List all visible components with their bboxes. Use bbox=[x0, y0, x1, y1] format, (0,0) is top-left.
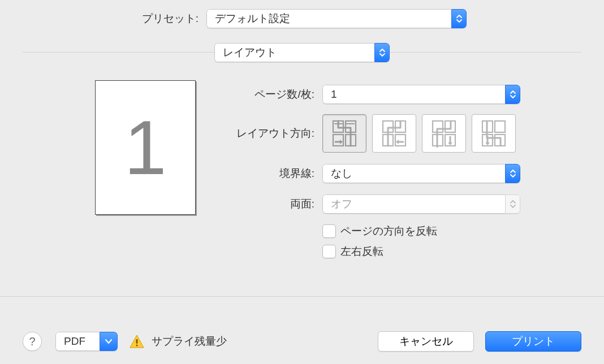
help-button[interactable]: ? bbox=[23, 332, 42, 351]
border-row: 境界線: なし bbox=[221, 164, 570, 183]
layout-direction-buttons bbox=[322, 114, 516, 153]
updown-icon bbox=[451, 9, 467, 28]
dialog-footer: ? PDF サプライ残量少 キャンセル プリント bbox=[0, 331, 604, 352]
preview-page-number: 1 bbox=[124, 104, 166, 192]
category-row: レイアウト bbox=[0, 43, 604, 62]
updown-icon bbox=[505, 85, 520, 104]
border-label: 境界線: bbox=[221, 167, 322, 180]
separator bbox=[0, 296, 604, 297]
layout-panel: 1 ページ数/枚: 1 レイアウト方向: bbox=[0, 73, 604, 291]
flip-horizontal-label: 左右反転 bbox=[340, 244, 383, 259]
layout-direction-ltr-tb[interactable] bbox=[322, 114, 366, 153]
updown-icon bbox=[374, 43, 390, 62]
updown-icon bbox=[505, 194, 520, 214]
updown-icon bbox=[505, 164, 520, 183]
duplex-value: オフ bbox=[322, 194, 505, 214]
layout-direction-row: レイアウト方向: bbox=[221, 114, 570, 153]
pages-per-sheet-select[interactable]: 1 bbox=[322, 85, 520, 104]
pages-per-sheet-row: ページ数/枚: 1 bbox=[221, 85, 570, 104]
flip-horizontal-row: 左右反転 bbox=[322, 244, 570, 259]
chevron-down-icon bbox=[100, 332, 118, 351]
pages-per-sheet-value: 1 bbox=[322, 85, 505, 104]
border-value: なし bbox=[322, 164, 505, 183]
layout-options: ページ数/枚: 1 レイアウト方向: bbox=[221, 73, 570, 265]
svg-point-17 bbox=[136, 344, 137, 346]
border-select[interactable]: なし bbox=[322, 164, 520, 183]
preset-select[interactable]: デフォルト設定 bbox=[206, 9, 467, 28]
duplex-select: オフ bbox=[322, 194, 520, 214]
duplex-row: 両面: オフ bbox=[221, 194, 570, 214]
supply-warning-text: サプライ残量少 bbox=[152, 334, 227, 349]
layout-direction-rtl-tb-icon bbox=[381, 119, 407, 148]
flip-horizontal-checkbox[interactable] bbox=[322, 245, 336, 258]
page-preview: 1 bbox=[95, 80, 196, 215]
layout-direction-ltr-tb-icon bbox=[331, 119, 357, 148]
svg-rect-13 bbox=[495, 121, 505, 132]
cancel-button[interactable]: キャンセル bbox=[378, 331, 474, 352]
layout-direction-rtl-tb[interactable] bbox=[372, 114, 416, 153]
svg-rect-2 bbox=[333, 135, 343, 146]
svg-rect-16 bbox=[136, 339, 138, 344]
warning-icon bbox=[129, 334, 145, 349]
category-select[interactable]: レイアウト bbox=[214, 43, 390, 62]
pages-per-sheet-label: ページ数/枚: bbox=[221, 88, 322, 101]
preset-value: デフォルト設定 bbox=[206, 9, 451, 28]
layout-direction-label: レイアウト方向: bbox=[221, 127, 322, 140]
cancel-label: キャンセル bbox=[399, 334, 453, 349]
svg-rect-7 bbox=[395, 135, 405, 146]
print-dialog: プリセット: デフォルト設定 レイアウト 1 ページ数/枚: 1 bbox=[0, 0, 604, 364]
preset-label: プリセット: bbox=[0, 11, 206, 26]
print-button[interactable]: プリント bbox=[485, 331, 581, 352]
reverse-orientation-row: ページの方向を反転 bbox=[322, 224, 570, 239]
print-label: プリント bbox=[512, 334, 555, 349]
checkbox-group: ページの方向を反転 左右反転 bbox=[322, 224, 570, 265]
supply-warning: サプライ残量少 bbox=[129, 334, 227, 349]
layout-direction-tb-rtl-icon bbox=[481, 119, 507, 148]
layout-direction-tb-rtl[interactable] bbox=[472, 114, 516, 153]
category-value: レイアウト bbox=[214, 43, 374, 62]
help-icon: ? bbox=[29, 335, 35, 348]
pdf-menu[interactable]: PDF bbox=[55, 332, 118, 351]
duplex-label: 両面: bbox=[221, 198, 322, 211]
layout-direction-tb-ltr-icon bbox=[431, 119, 457, 148]
reverse-orientation-label: ページの方向を反転 bbox=[340, 224, 437, 239]
pdf-label: PDF bbox=[55, 332, 100, 351]
preset-row: プリセット: デフォルト設定 bbox=[0, 9, 604, 28]
layout-direction-tb-ltr[interactable] bbox=[422, 114, 466, 153]
reverse-orientation-checkbox[interactable] bbox=[322, 224, 336, 238]
